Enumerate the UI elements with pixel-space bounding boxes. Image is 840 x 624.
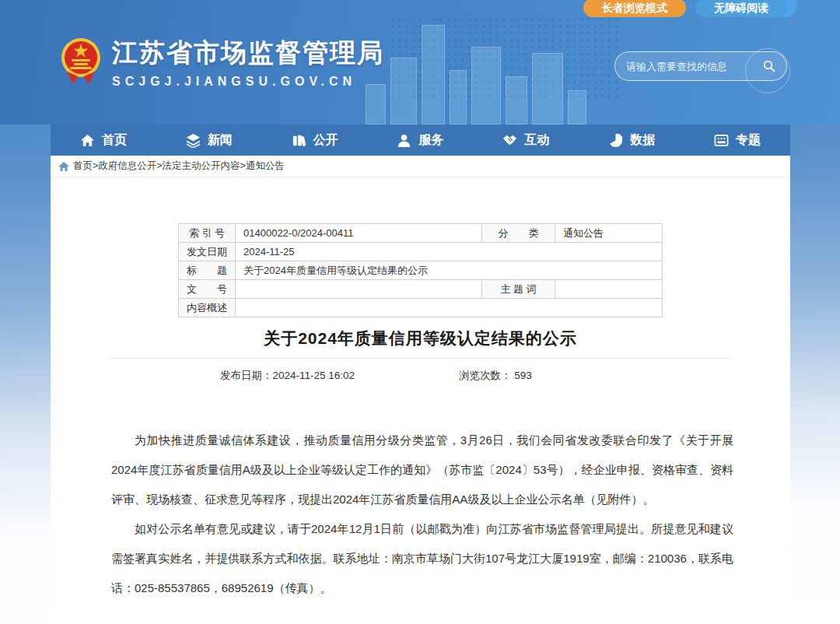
paragraph: 如对公示名单有意见或建议，请于2024年12月1日前（以邮戳为准）向江苏省市场监… bbox=[111, 514, 733, 603]
nav-label: 数据 bbox=[630, 132, 655, 149]
elder-mode-button[interactable]: 长者浏览模式 bbox=[583, 0, 686, 17]
breadcrumb-path[interactable]: 首页>政府信息公开>法定主动公开内容>通知公告 bbox=[73, 160, 285, 173]
magnifier-icon[interactable] bbox=[763, 60, 775, 72]
category-value: 通知公告 bbox=[555, 224, 663, 243]
site-title: 江苏省市场监督管理局 bbox=[112, 37, 384, 68]
nav-label: 服务 bbox=[418, 132, 443, 149]
paragraph: 为加快推进质量诚信体系建设，推动质量信用分级分类监管，3月26日，我们会同省发改… bbox=[111, 426, 733, 514]
table-row: 发文日期 2024-11-25 bbox=[179, 243, 663, 261]
nav-item-disclosure[interactable]: 公开 bbox=[284, 124, 346, 156]
date-label: 发文日期 bbox=[179, 243, 236, 261]
site-brand: 江苏省市场监督管理局 SCJGJ.JIANGSU.GOV.CN bbox=[61, 37, 384, 89]
nav-label: 首页 bbox=[102, 132, 127, 149]
doc-info-table: 索 引 号 01400022-0/2024-00411 分 类 通知公告 发文日… bbox=[178, 223, 663, 317]
nav-item-home[interactable]: 首页 bbox=[72, 124, 135, 156]
pie-chart-icon bbox=[608, 133, 623, 148]
table-row: 标 题 关于2024年质量信用等级认定结果的公示 bbox=[179, 261, 663, 280]
nav-label: 新闻 bbox=[208, 132, 233, 149]
nav-label: 专题 bbox=[736, 132, 761, 149]
nav-item-news[interactable]: 新闻 bbox=[178, 124, 240, 156]
person-icon bbox=[397, 133, 411, 148]
monitor-icon bbox=[714, 133, 729, 148]
layers-icon bbox=[186, 133, 201, 148]
nav-label: 互动 bbox=[524, 132, 549, 149]
table-row: 索 引 号 01400022-0/2024-00411 分 类 通知公告 bbox=[179, 224, 663, 243]
view-count: 浏览次数： 593 bbox=[459, 369, 532, 383]
page-title: 关于2024年质量信用等级认定结果的公示 bbox=[51, 328, 790, 349]
national-emblem-logo bbox=[61, 37, 101, 86]
home-icon bbox=[58, 162, 69, 171]
summary-label: 内容概述 bbox=[179, 299, 236, 317]
keywords-label: 主 题 词 bbox=[482, 280, 555, 299]
barrier-free-button[interactable]: 无障碍阅读 bbox=[695, 0, 787, 17]
nav-item-interaction[interactable]: 互动 bbox=[495, 124, 557, 156]
site-banner: 江苏省市场监督管理局 SCJGJ.JIANGSU.GOV.CN bbox=[0, 0, 840, 124]
index-value: 01400022-0/2024-00411 bbox=[236, 224, 482, 243]
home-icon bbox=[80, 133, 95, 148]
search-input[interactable] bbox=[626, 61, 763, 72]
publish-date: 发布日期：2024-11-25 16:02 bbox=[220, 369, 355, 383]
table-row: 文 号 主 题 词 bbox=[179, 280, 663, 299]
title-value: 关于2024年质量信用等级认定结果的公示 bbox=[236, 261, 663, 280]
date-value: 2024-11-25 bbox=[236, 243, 663, 261]
index-label: 索 引 号 bbox=[179, 224, 236, 243]
handshake-icon bbox=[502, 133, 517, 148]
breadcrumb: 首页>政府信息公开>法定主动公开内容>通知公告 bbox=[51, 156, 790, 177]
article-panel: 索 引 号 01400022-0/2024-00411 分 类 通知公告 发文日… bbox=[51, 177, 790, 624]
article-body: 为加快推进质量诚信体系建设，推动质量信用分级分类监管，3月26日，我们会同省发改… bbox=[111, 426, 733, 603]
docno-value bbox=[236, 280, 482, 299]
accessibility-buttons: 长者浏览模式 无障碍阅读 bbox=[583, 0, 787, 17]
site-url: SCJGJ.JIANGSU.GOV.CN bbox=[112, 75, 384, 89]
title-label: 标 题 bbox=[179, 261, 236, 280]
category-label: 分 类 bbox=[482, 224, 555, 243]
search-box[interactable] bbox=[614, 51, 787, 81]
keywords-value bbox=[555, 280, 663, 299]
books-icon bbox=[292, 133, 306, 148]
table-row: 内容概述 bbox=[179, 299, 663, 317]
nav-item-topics[interactable]: 专题 bbox=[706, 124, 768, 156]
nav-item-services[interactable]: 服务 bbox=[389, 124, 451, 156]
nav-label: 公开 bbox=[313, 132, 338, 149]
summary-value bbox=[236, 299, 663, 317]
docno-label: 文 号 bbox=[179, 280, 236, 299]
main-nav: 首页 新闻 公开 服务 互动 数 bbox=[51, 124, 790, 156]
nav-item-data[interactable]: 数据 bbox=[600, 124, 663, 156]
article-meta: 发布日期：2024-11-25 16:02 浏览次数： 593 bbox=[51, 359, 790, 390]
